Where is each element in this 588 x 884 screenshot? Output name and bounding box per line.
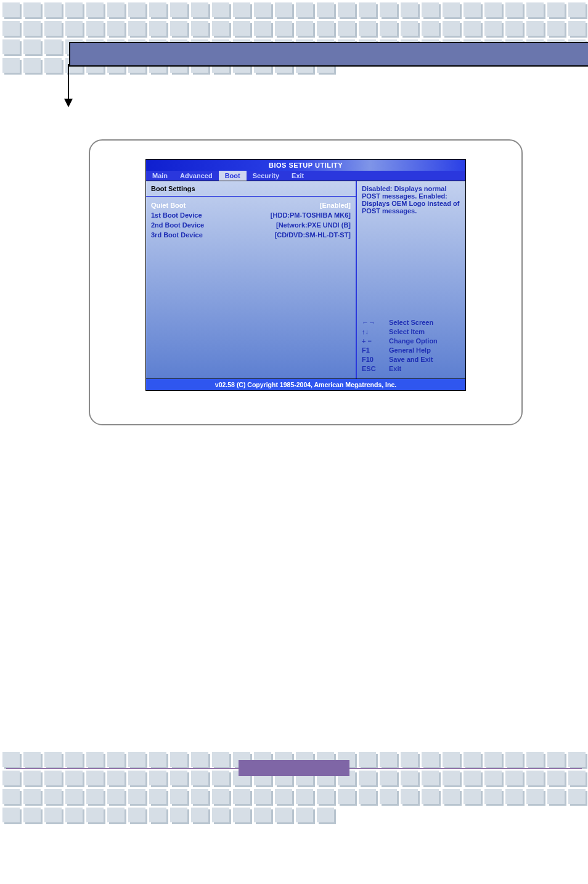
menu-tab-main[interactable]: Main [146,171,174,181]
menu-tab-advanced[interactable]: Advanced [174,171,219,181]
arrow-down-icon [64,99,73,107]
menu-tab-security[interactable]: Security [247,171,285,181]
legend-row: + −Change Option [362,337,460,346]
bios-left-pane: Boot Settings Quiet Boot[Enabled]1st Boo… [146,181,357,379]
key-legend: ←→Select Screen↑↓Select Item+ −Change Op… [362,318,460,374]
bios-menubar: MainAdvancedBootSecurityExit [145,171,466,181]
bios-window: BIOS SETUP UTILITY MainAdvancedBootSecur… [145,159,466,391]
bios-title: BIOS SETUP UTILITY [145,159,466,171]
boot-setting-row[interactable]: 3rd Boot Device[CD/DVD:SM-HL-DT-ST] [151,230,351,240]
legend-row: ←→Select Screen [362,318,460,327]
panel-heading: Boot Settings [151,185,351,192]
bios-help-pane: Disabled: Displays normal POST messages.… [357,181,465,379]
legend-row: ESCExit [362,364,460,374]
boot-setting-row[interactable]: 1st Boot Device[HDD:PM-TOSHIBA MK6] [151,210,351,220]
boot-setting-row[interactable]: 2nd Boot Device[Network:PXE UNDI (B] [151,220,351,230]
help-text: Disabled: Displays normal POST messages.… [362,185,460,215]
bios-frame: BIOS SETUP UTILITY MainAdvancedBootSecur… [89,139,523,425]
legend-row: ↑↓Select Item [362,327,460,337]
legend-row: F10Save and Exit [362,355,460,364]
legend-row: F1General Help [362,346,460,355]
header-bar [69,42,588,67]
bios-footer: v02.58 (C) Copyright 1985-2004, American… [145,379,466,391]
boot-setting-row[interactable]: Quiet Boot[Enabled] [151,200,351,210]
menu-tab-boot[interactable]: Boot [219,171,247,181]
menu-tab-exit[interactable]: Exit [285,171,310,181]
